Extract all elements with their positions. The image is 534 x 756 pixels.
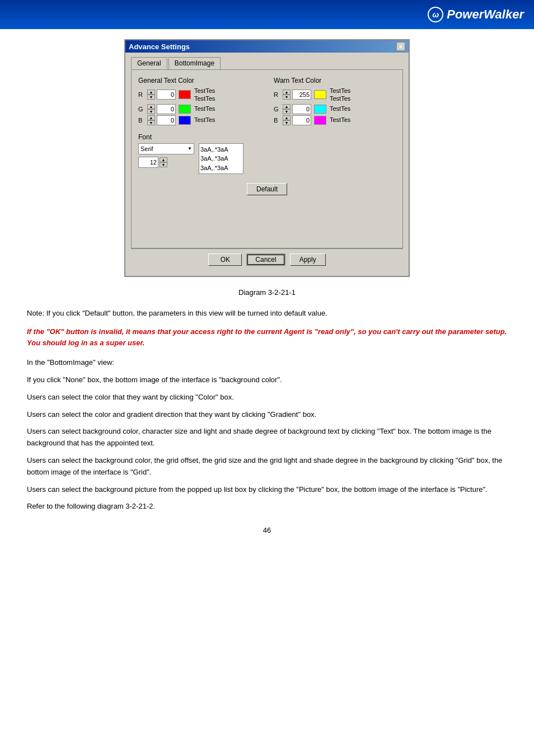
general-b-decrement[interactable]: ▼ — [147, 120, 155, 125]
general-b-preview — [179, 116, 191, 125]
warn-test-text-2: TestTes — [330, 95, 350, 102]
note-paragraph: Note: If you click "Default" button, the… — [27, 308, 518, 320]
warn-text-color-label: Warn Text Color — [274, 77, 396, 84]
warn-b-increment[interactable]: ▲ — [283, 115, 291, 120]
ok-button[interactable]: OK — [208, 253, 242, 266]
dialog-body: General BottomImage General Text Color R — [125, 53, 409, 276]
warn-b-spin: ▲ ▼ — [283, 115, 291, 125]
font-row: Serif ▼ 12 ▲ ▼ — [138, 143, 396, 175]
general-test-text-b: TestTes — [194, 116, 215, 124]
general-b-display: 0 — [171, 117, 174, 124]
tab-general[interactable]: General — [131, 57, 167, 69]
general-test-text-1: TestTes — [194, 87, 215, 95]
tab-bottomimage[interactable]: BottomImage — [168, 57, 221, 69]
font-name-select[interactable]: Serif ▼ — [138, 143, 194, 154]
general-b-spin: ▲ ▼ — [147, 115, 155, 125]
general-r-display: 0 — [171, 91, 174, 98]
warn-b-decrement[interactable]: ▼ — [283, 120, 291, 125]
gradient-box-para: Users can select the color and gradient … — [27, 409, 518, 421]
brand-name: PowerWalker — [447, 7, 524, 22]
warn-test-texts-b: TestTes — [330, 116, 350, 124]
warn-g-decrement[interactable]: ▼ — [283, 109, 291, 114]
warn-r-label: R — [274, 91, 282, 98]
general-text-color-group: General Text Color R ▲ ▼ 0 — [138, 77, 260, 126]
font-size-spin-btns: ▲ ▼ — [160, 157, 167, 167]
general-g-display: 0 — [171, 106, 174, 112]
picture-box-para: Users can select the background picture … — [27, 484, 518, 496]
font-size-increment[interactable]: ▲ — [160, 157, 167, 162]
general-g-row: G ▲ ▼ 0 TestTes — [138, 104, 260, 114]
warn-test-text-g: TestTes — [330, 105, 350, 112]
warn-b-label: B — [274, 117, 282, 124]
cancel-button[interactable]: Cancel — [246, 253, 285, 266]
font-name-display: Serif — [140, 145, 153, 152]
warning-paragraph: If the "OK" button is invalid, it means … — [27, 326, 518, 350]
warn-text-color-group: Warn Text Color R ▲ ▼ 255 — [274, 77, 396, 126]
tab-bottomimage-label: BottomImage — [175, 59, 214, 67]
brand-logo-icon: ω — [428, 7, 443, 22]
none-box-para: If you click "None" box, the bottom imag… — [27, 374, 518, 386]
font-preview-box: 3aA,.*3aA 3aA,.*3aA 3aA,.*3aA — [199, 143, 243, 175]
color-section: General Text Color R ▲ ▼ 0 — [138, 77, 396, 126]
general-g-value[interactable]: 0 — [157, 104, 176, 114]
general-b-increment[interactable]: ▲ — [147, 115, 155, 120]
general-r-label: R — [138, 91, 146, 98]
general-b-value[interactable]: 0 — [157, 115, 176, 125]
warn-r-row: R ▲ ▼ 255 TestTes TestTes — [274, 87, 396, 103]
tab-general-label: General — [137, 59, 161, 67]
font-size-decrement[interactable]: ▼ — [160, 162, 167, 167]
tab-panel-general: General Text Color R ▲ ▼ 0 — [131, 69, 403, 248]
bottom-image-intro: In the "BottomImage" view: — [27, 357, 518, 369]
general-r-row: R ▲ ▼ 0 TestTes TestTes — [138, 87, 260, 103]
close-icon: × — [399, 44, 402, 50]
warn-test-texts-g: TestTes — [330, 105, 350, 112]
warn-b-display: 0 — [306, 117, 310, 124]
general-test-text-2: TestTes — [194, 95, 215, 102]
general-r-decrement[interactable]: ▼ — [147, 95, 155, 100]
font-size-display: 12 — [150, 159, 157, 166]
font-label: Font — [138, 133, 396, 141]
dialog-title: Advance Settings — [129, 43, 190, 51]
text-box-para: Users can select background color, chara… — [27, 426, 518, 449]
general-b-label: B — [138, 117, 146, 124]
warn-r-preview — [314, 90, 326, 99]
default-button[interactable]: Default — [247, 183, 287, 195]
color-box-para: Users can select the color that they wan… — [27, 392, 518, 403]
general-test-text-g: TestTes — [194, 105, 215, 112]
general-g-increment[interactable]: ▲ — [147, 104, 155, 109]
warn-g-label: G — [274, 106, 282, 112]
general-g-preview — [179, 105, 191, 114]
refer-para: Refer to the following diagram 3-2-21-2. — [27, 501, 518, 513]
warn-r-value[interactable]: 255 — [292, 90, 311, 100]
general-r-increment[interactable]: ▲ — [147, 90, 155, 95]
warn-g-increment[interactable]: ▲ — [283, 104, 291, 109]
warn-b-row: B ▲ ▼ 0 TestTes — [274, 115, 396, 125]
page-number: 46 — [16, 526, 518, 534]
warn-g-preview — [314, 105, 326, 114]
font-size-input[interactable]: 12 — [138, 157, 158, 168]
warn-g-row: G ▲ ▼ 0 TestTes — [274, 104, 396, 114]
warn-r-increment[interactable]: ▲ — [283, 90, 291, 95]
font-preview-line-2: 3aA,.*3aA — [200, 154, 242, 163]
apply-button[interactable]: Apply — [290, 253, 326, 266]
general-g-spin: ▲ ▼ — [147, 104, 155, 114]
dropdown-arrow-icon: ▼ — [188, 146, 192, 151]
warn-g-value[interactable]: 0 — [292, 104, 311, 114]
dialog-titlebar: Advance Settings × — [125, 40, 409, 53]
general-g-decrement[interactable]: ▼ — [147, 109, 155, 114]
warn-test-text-1: TestTes — [330, 87, 350, 95]
general-test-texts: TestTes TestTes — [194, 87, 215, 103]
diagram-caption: Diagram 3-2-21-1 — [16, 287, 518, 299]
warn-b-value[interactable]: 0 — [292, 115, 311, 125]
warn-r-display: 255 — [299, 91, 310, 98]
font-section: Font Serif ▼ 12 — [138, 133, 396, 175]
grid-box-para: Users can select the background color, t… — [27, 455, 518, 478]
general-r-value[interactable]: 0 — [157, 90, 176, 100]
general-g-label: G — [138, 106, 146, 112]
warn-r-decrement[interactable]: ▼ — [283, 95, 291, 100]
general-test-texts-g: TestTes — [194, 105, 215, 112]
font-size-spin: 12 ▲ ▼ — [138, 157, 194, 168]
dialog-close-button[interactable]: × — [396, 42, 405, 51]
tabs-row: General BottomImage — [131, 57, 403, 69]
font-preview-line-3: 3aA,.*3aA — [200, 163, 242, 173]
